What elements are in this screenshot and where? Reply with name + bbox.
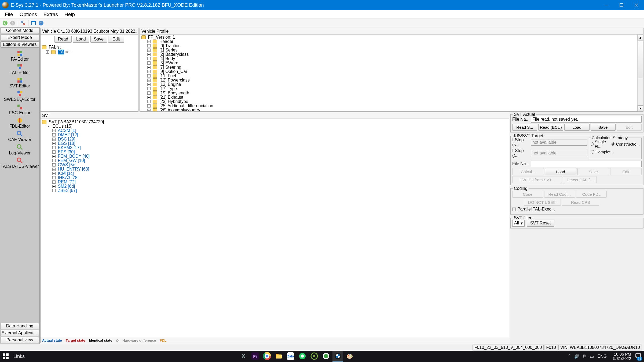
expand-icon[interactable]: +	[147, 44, 151, 47]
expand-icon[interactable]: +	[147, 70, 151, 73]
svt-ecu-item[interactable]: + IHKA3 [78]	[52, 176, 507, 180]
minimize-button[interactable]	[599, 0, 614, 10]
menu-file[interactable]: File	[2, 12, 16, 17]
expand-icon[interactable]: +	[147, 57, 151, 60]
expand-icon[interactable]: +	[52, 155, 56, 158]
svt-actual-file-field[interactable]	[531, 116, 642, 123]
expand-icon[interactable]: +	[52, 129, 56, 132]
sidebar-item-tal-editor[interactable]: TAL-Editor	[0, 63, 39, 76]
expand-icon[interactable]: +	[147, 83, 151, 86]
vp-item[interactable]: + [23] Hybridtype	[147, 99, 642, 104]
radio-single-flash[interactable]: Single Fl...	[591, 139, 609, 149]
expand-icon[interactable]: +	[147, 87, 151, 90]
tray-notifications-icon[interactable]: 11	[635, 353, 641, 360]
svt-ecu-item[interactable]: + ZBE3 [67]	[52, 189, 507, 193]
expand-icon[interactable]: +	[52, 150, 56, 154]
expand-icon[interactable]: +	[52, 142, 56, 145]
scrollbar-vertical[interactable]: ▲ ▼	[637, 35, 643, 111]
tab-editors-viewers[interactable]: Editors & Viewers	[1, 41, 39, 48]
svt-reset-button[interactable]: SVT Reset	[527, 220, 554, 227]
radio-construction[interactable]: Constructio...	[612, 139, 640, 149]
vp-item[interactable]: + Header	[147, 39, 642, 44]
vp-item[interactable]: + [0] Traction	[147, 44, 642, 48]
app-zalo-icon[interactable]: Zalo	[285, 351, 296, 362]
vehicle-order-tree[interactable]: FAList + FAac...	[41, 44, 138, 111]
svt-ecu-item[interactable]: + EPS [30]	[52, 150, 507, 154]
vp-item[interactable]: + [5] EWord	[147, 61, 642, 65]
tray-clock[interactable]: 10:06 PM 5/31/2022	[613, 352, 631, 361]
app-chrome-icon[interactable]	[262, 351, 272, 362]
app-bmw-icon[interactable]	[332, 351, 343, 362]
close-button[interactable]	[629, 0, 644, 10]
app-paint-icon[interactable]	[344, 351, 355, 362]
expand-icon[interactable]: +	[52, 138, 56, 141]
expand-icon[interactable]: +	[52, 180, 56, 184]
expand-icon[interactable]: +	[147, 40, 151, 43]
vp-item[interactable]: + [25] Addional_differenciation	[147, 104, 642, 108]
radio-complete[interactable]: Complet...	[591, 150, 640, 154]
vp-item[interactable]: + [7] Steering	[147, 65, 642, 69]
svt-save-button[interactable]: Save	[591, 124, 616, 131]
taskbar-links[interactable]: Links	[13, 354, 25, 359]
sidebar-item-talstatus-viewer[interactable]: TALSTATUS-Viewer	[0, 157, 39, 169]
svt-ecu-item[interactable]: + FEM_BODY [40]	[52, 154, 507, 158]
help-icon[interactable]: ?	[38, 20, 45, 27]
expand-icon[interactable]: +	[147, 96, 151, 99]
expand-icon[interactable]: +	[147, 53, 151, 56]
vp-item[interactable]: + [4] Body	[147, 57, 642, 61]
vo-load-button[interactable]: Load	[73, 36, 89, 43]
vp-item[interactable]: + [9] Option_Car	[147, 69, 642, 74]
sidebar-item-log-viewer[interactable]: Log-Viewer	[0, 143, 39, 156]
svt-ecu-item[interactable]: + EGS [18]	[52, 141, 507, 146]
expand-icon[interactable]: +	[147, 61, 151, 65]
sidebar-item-sweseq-editor[interactable]: SWESEQ-Editor	[0, 90, 39, 102]
vehicle-profile-tree[interactable]: FP_Version: 1 + Header+ [0] Traction+ [1…	[140, 35, 643, 111]
expand-icon[interactable]: +	[147, 104, 151, 108]
maximize-button[interactable]	[614, 0, 629, 10]
expand-icon[interactable]: +	[52, 163, 56, 167]
tab-data-handling[interactable]: Data Handling	[1, 323, 39, 329]
app-explorer-icon[interactable]	[273, 351, 284, 362]
kis-load-button[interactable]: Load	[545, 168, 577, 175]
scroll-up-icon[interactable]: ▲	[638, 35, 643, 40]
expand-icon[interactable]: +	[52, 185, 56, 188]
vo-read-button[interactable]: Read	[54, 36, 72, 43]
tray-sound-icon[interactable]: 🔊	[574, 354, 580, 359]
expand-icon[interactable]: +	[147, 74, 151, 77]
menu-options[interactable]: Options	[16, 12, 40, 17]
app-green1-icon[interactable]	[309, 351, 320, 362]
vp-item[interactable]: + [12] Powerclass	[147, 78, 642, 82]
tab-personal-view[interactable]: Personal view	[1, 337, 39, 343]
expand-icon[interactable]: +	[52, 168, 56, 171]
expand-icon[interactable]: +	[52, 159, 56, 162]
tray-battery-icon[interactable]: ▭	[590, 354, 594, 359]
vp-item[interactable]: + [17] Type	[147, 87, 642, 91]
app-whatsapp-icon[interactable]	[297, 351, 308, 362]
vp-item[interactable]: + [28] Assemblycountry	[147, 108, 642, 111]
tray-lang[interactable]: ENG	[598, 354, 607, 359]
tab-external-applications[interactable]: External Applicati...	[1, 330, 39, 336]
vo-save-button[interactable]: Save	[90, 36, 107, 43]
tab-expert-mode[interactable]: Expert Mode	[1, 34, 39, 41]
sidebar-item-svt-editor[interactable]: SVT-Editor	[0, 76, 39, 89]
app-green2-icon[interactable]	[321, 351, 331, 362]
tray-expand-icon[interactable]: ˄	[568, 354, 570, 359]
expand-icon[interactable]: +	[147, 91, 151, 95]
expand-icon[interactable]: +	[147, 49, 151, 52]
sidebar-item-fa-editor[interactable]: FA-Editor	[0, 49, 39, 62]
svt-ecu-item[interactable]: + HU_ENTRY [63]	[52, 167, 507, 171]
svt-ecu-item[interactable]: + DME2 [12]	[52, 133, 507, 137]
kis-file-field[interactable]	[531, 161, 642, 167]
expand-icon[interactable]: +	[52, 133, 56, 136]
tray-sync-icon[interactable]: ⎘	[583, 354, 586, 359]
vp-item[interactable]: + [19] Bodylength	[147, 91, 642, 95]
svt-ecu-item[interactable]: + FEM_GW [10]	[52, 158, 507, 163]
tab-comfort-mode[interactable]: Comfort Mode	[1, 27, 39, 34]
vp-item[interactable]: + [1] Series	[147, 48, 642, 52]
scroll-down-icon[interactable]: ▼	[638, 105, 643, 111]
expand-icon[interactable]: +	[147, 100, 151, 103]
window-icon[interactable]	[30, 20, 37, 27]
svt-ecu-item[interactable]: + ICM [1c]	[52, 171, 507, 176]
parallel-tal-checkbox[interactable]	[512, 208, 516, 211]
connect-icon[interactable]	[20, 20, 27, 27]
